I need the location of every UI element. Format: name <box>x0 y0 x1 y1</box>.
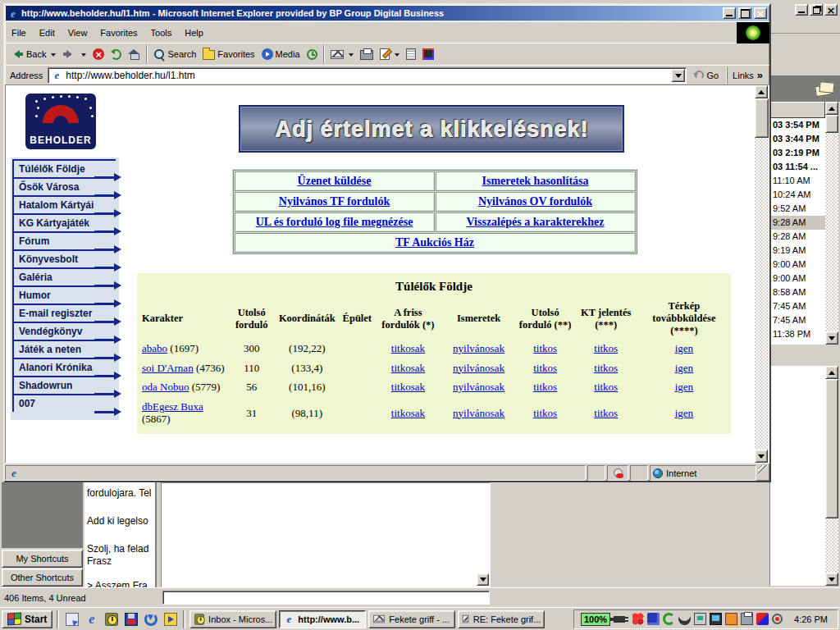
sidebar-item-humor[interactable]: Humor <box>12 285 116 304</box>
sidebar-item-jatek-a-neten[interactable]: Játék a neten <box>12 340 116 358</box>
link-ul-log-file[interactable]: UL és forduló log file megnézése <box>256 216 413 228</box>
menu-file[interactable]: File <box>5 23 33 43</box>
sidebar-item-alanori-kronika[interactable]: Alanori Krónika <box>12 358 116 376</box>
launch-save-tool-icon[interactable] <box>122 610 139 628</box>
sidebar-item-galeria[interactable]: Galéria <box>12 267 116 285</box>
scroll-down-icon[interactable] <box>825 331 838 345</box>
lastturn-link[interactable]: titkos <box>533 381 557 393</box>
link-nyilvanos-ov-fordulok[interactable]: Nyilvános OV fordulók <box>478 195 592 208</box>
link-ismeretek-hasonlitasa[interactable]: Ismeretek hasonlítása <box>482 175 588 187</box>
message-time[interactable]: 8:58 AM <box>770 285 825 299</box>
network-computer-tray-icon[interactable] <box>694 613 706 625</box>
scroll-down-icon[interactable] <box>477 573 489 586</box>
battery-indicator[interactable]: 100% <box>581 613 610 626</box>
sidebar-item-vendegkonyv[interactable]: Vendégkönyv <box>12 322 116 340</box>
printer-tray-icon[interactable] <box>741 613 753 625</box>
message-time[interactable]: 9:00 AM <box>770 272 825 285</box>
map-link[interactable]: igen <box>675 381 693 393</box>
agent-tray-icon[interactable] <box>678 613 691 625</box>
sidebar-item-email-regiszter[interactable]: E-mail regiszter <box>12 304 116 322</box>
scrollbar-track[interactable] <box>825 133 838 331</box>
power-plug-icon[interactable] <box>614 616 625 623</box>
message-time[interactable]: 9:52 AM <box>770 202 825 216</box>
chevron-down-icon[interactable] <box>81 53 86 59</box>
character-link[interactable]: dbEgesz Buxa <box>142 400 203 413</box>
fresh-link[interactable]: titkosak <box>391 407 425 419</box>
launch-ie-icon[interactable] <box>83 610 100 628</box>
knowledge-link[interactable]: nyilvánosak <box>453 407 504 419</box>
lastturn-link[interactable]: titkos <box>533 407 557 419</box>
app-tray-icon[interactable] <box>647 613 660 625</box>
map-link[interactable]: igen <box>675 407 693 419</box>
message-time[interactable]: 7:45 AM <box>770 299 825 313</box>
message-list-scrollbar[interactable] <box>825 102 838 345</box>
sidebar-item-hatalom-kartyai[interactable]: Hatalom Kártyái <box>12 195 116 213</box>
windows-tray-icon[interactable] <box>725 613 737 625</box>
start-button[interactable]: Start <box>2 610 52 628</box>
message-time[interactable]: 11:10 AM <box>770 174 825 188</box>
fresh-link[interactable]: titkosak <box>391 342 425 354</box>
maximize-icon[interactable] <box>738 7 751 19</box>
scrollbar-track[interactable] <box>825 518 838 573</box>
antivirus-tray-icon[interactable] <box>632 613 644 625</box>
menu-tools[interactable]: Tools <box>144 23 179 43</box>
received-column-header[interactable] <box>770 102 825 118</box>
magnifier-tray-icon[interactable] <box>772 614 783 624</box>
pane-splitter[interactable] <box>769 345 840 366</box>
chevron-down-icon[interactable] <box>395 53 399 59</box>
message-time[interactable]: 7:45 AM <box>770 313 825 327</box>
message-time[interactable]: 9:28 AM <box>770 230 825 244</box>
sidebar-item-007[interactable]: 007 <box>12 394 116 412</box>
link-tf-aukcios-haz[interactable]: TF Aukciós Ház <box>395 236 474 249</box>
address-field[interactable]: http://www.beholder.hu/l1.htm <box>48 67 687 84</box>
map-link[interactable]: igen <box>675 342 693 354</box>
media-button[interactable]: Media <box>258 44 304 64</box>
launch-outlook-icon[interactable] <box>103 610 120 628</box>
discuss-button[interactable] <box>403 44 419 64</box>
scroll-down-icon[interactable] <box>755 450 768 463</box>
close-icon[interactable] <box>824 4 838 16</box>
map-link[interactable]: igen <box>675 362 693 374</box>
knowledge-link[interactable]: nyilvánosak <box>453 381 504 393</box>
sidebar-item-forum[interactable]: Fórum <box>12 231 116 249</box>
message-time[interactable]: 9:00 AM <box>770 258 825 272</box>
refresh-button[interactable] <box>107 44 125 64</box>
link-uzenet-kuldese[interactable]: Üzenet küldése <box>298 175 372 187</box>
restore-icon[interactable] <box>810 4 823 16</box>
other-shortcuts-button[interactable]: Other Shortcuts <box>2 568 83 587</box>
menu-view[interactable]: View <box>62 23 94 43</box>
taskbar-clock[interactable]: 4:26 PM <box>786 614 833 624</box>
edit-button[interactable] <box>377 44 403 64</box>
sidebar-item-tulelok-foldje[interactable]: Túlélők Földje <box>12 159 116 177</box>
fresh-link[interactable]: titkosak <box>391 362 425 374</box>
beholder-logo[interactable]: BEHOLDER <box>25 94 96 149</box>
launch-media-player-icon[interactable] <box>162 610 179 628</box>
minimize-icon[interactable] <box>795 4 808 16</box>
preview-scrollbar[interactable] <box>825 366 838 586</box>
messenger-button[interactable] <box>419 44 437 64</box>
scroll-up-icon[interactable] <box>825 102 838 115</box>
go-button[interactable]: Go <box>690 67 724 84</box>
menu-edit[interactable]: Edit <box>33 23 62 43</box>
lastturn-link[interactable]: titkos <box>533 342 557 354</box>
stop-button[interactable] <box>89 44 107 64</box>
scroll-up-icon[interactable] <box>825 366 838 379</box>
ktreport-link[interactable]: titkos <box>594 407 618 419</box>
ie-titlebar[interactable]: http://www.beholder.hu/l1.htm - Microsof… <box>6 6 769 21</box>
mail-button[interactable] <box>327 44 357 64</box>
resize-grip[interactable] <box>758 465 769 481</box>
sidebar-item-konyvesbolt[interactable]: Könyvesbolt <box>12 249 116 267</box>
chevron-down-icon[interactable] <box>349 53 354 59</box>
task-ie-beholder[interactable]: http://www.b... <box>279 610 366 628</box>
knowledge-link[interactable]: nyilvánosak <box>453 362 504 374</box>
scroll-down-icon[interactable] <box>825 573 838 586</box>
sidebar-item-osok-varosa[interactable]: Ősök Városa <box>12 177 116 195</box>
link-visszalepes-karakterekhez[interactable]: Visszalépés a karakterekhez <box>467 216 605 228</box>
campaign-banner[interactable]: Adj értelmet a klikkelésnek! <box>239 105 624 153</box>
history-button[interactable] <box>304 44 321 64</box>
character-link[interactable]: soi D'Arnan <box>142 362 194 374</box>
page-scrollbar[interactable] <box>755 85 769 463</box>
address-dropdown-icon[interactable] <box>671 69 685 82</box>
scroll-up-icon[interactable] <box>755 85 768 98</box>
search-button[interactable]: Search <box>150 44 199 64</box>
